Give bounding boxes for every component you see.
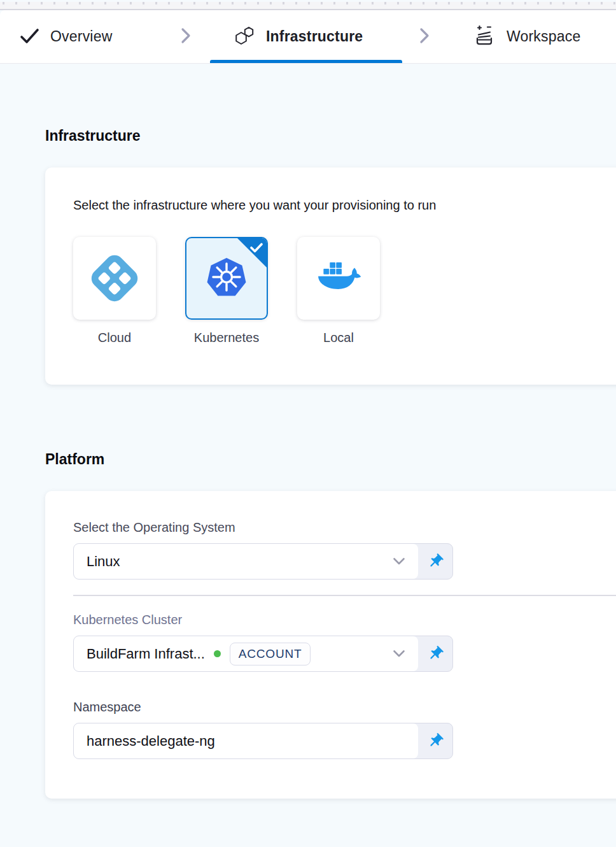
cluster-select[interactable]: BuildFarm Infrast... ACCOUNT bbox=[74, 636, 418, 671]
stack-icon bbox=[472, 24, 496, 50]
check-icon bbox=[18, 25, 40, 49]
chevron-right-icon bbox=[179, 24, 193, 50]
tab-workspace[interactable]: Workspace bbox=[472, 24, 580, 50]
section-divider bbox=[73, 595, 616, 596]
os-select[interactable]: Linux bbox=[74, 544, 418, 579]
os-select-value: Linux bbox=[87, 553, 120, 570]
cluster-pin-button[interactable] bbox=[418, 636, 452, 671]
chevron-down-icon[interactable] bbox=[393, 557, 405, 566]
cluster-select-control: BuildFarm Infrast... ACCOUNT bbox=[73, 636, 453, 672]
infrastructure-tiles: Cloud bbox=[73, 237, 615, 345]
cluster-field-label: Kubernetes Cluster bbox=[73, 613, 615, 627]
platform-heading: Platform bbox=[45, 451, 616, 468]
platform-card: Select the Operating System Linux Kubern… bbox=[45, 491, 616, 799]
tab-infrastructure[interactable]: Infrastructure bbox=[233, 24, 363, 50]
tab-overview-label: Overview bbox=[50, 28, 112, 45]
tile-col-cloud: Cloud bbox=[73, 237, 156, 345]
namespace-input[interactable] bbox=[87, 733, 405, 750]
active-tab-underline bbox=[210, 60, 402, 63]
cluster-select-value: BuildFarm Infrast... bbox=[87, 646, 205, 662]
infrastructure-prompt: Select the infrastructure where you want… bbox=[73, 198, 615, 213]
tile-local-label: Local bbox=[323, 331, 354, 345]
scope-badge: ACCOUNT bbox=[230, 643, 311, 666]
namespace-field-label: Namespace bbox=[73, 700, 615, 715]
namespace-input-control bbox=[73, 723, 453, 759]
tile-local[interactable] bbox=[297, 237, 380, 320]
canvas-strip bbox=[0, 2, 616, 10]
tile-col-kubernetes: Kubernetes bbox=[185, 237, 268, 345]
tile-kubernetes-label: Kubernetes bbox=[194, 331, 259, 345]
tile-cloud[interactable] bbox=[73, 237, 156, 320]
infrastructure-heading: Infrastructure bbox=[45, 127, 616, 145]
os-pin-button[interactable] bbox=[418, 544, 452, 579]
chevron-down-icon[interactable] bbox=[393, 650, 405, 658]
tile-cloud-label: Cloud bbox=[98, 331, 131, 345]
tile-col-local: Local bbox=[297, 237, 380, 345]
os-field-label: Select the Operating System bbox=[73, 520, 615, 535]
docker-icon bbox=[314, 259, 363, 297]
tile-kubernetes[interactable] bbox=[185, 237, 268, 320]
selected-check-icon bbox=[250, 243, 263, 255]
namespace-pin-button[interactable] bbox=[418, 723, 452, 758]
stepper-tabbar: Overview Infrastructure bbox=[0, 10, 616, 64]
chevron-right-icon bbox=[417, 24, 431, 50]
infrastructure-card: Select the infrastructure where you want… bbox=[45, 167, 616, 385]
connector-status-dot bbox=[214, 650, 221, 657]
canvas-dots bbox=[3, 2, 616, 4]
tab-workspace-label: Workspace bbox=[507, 28, 580, 45]
tab-infrastructure-label: Infrastructure bbox=[266, 28, 363, 45]
os-select-control: Linux bbox=[73, 543, 453, 580]
harness-cloud-icon bbox=[88, 252, 142, 306]
tab-overview[interactable]: Overview bbox=[18, 25, 112, 49]
hexagons-icon bbox=[233, 24, 256, 50]
